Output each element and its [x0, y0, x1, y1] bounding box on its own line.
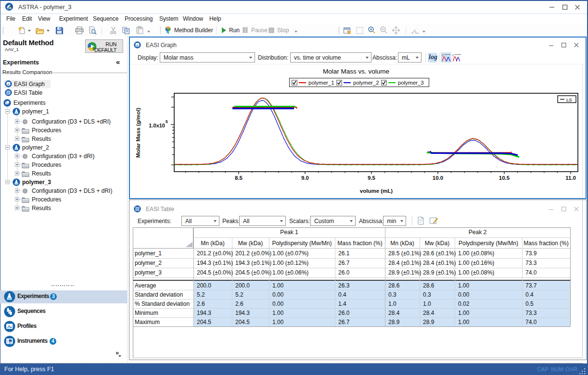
svg-text:volume (mL): volume (mL): [360, 188, 393, 194]
svg-text:Molar Mass (g/mol): Molar Mass (g/mol): [135, 108, 141, 158]
svg-text:1.0x10: 1.0x10: [149, 123, 165, 128]
svg-text:8.5: 8.5: [235, 175, 243, 181]
svg-text:LS: LS: [566, 97, 572, 102]
svg-text:9.5: 9.5: [368, 175, 376, 181]
svg-text:10.5: 10.5: [499, 175, 510, 181]
svg-text:10.0: 10.0: [433, 175, 443, 181]
svg-text:9.0: 9.0: [301, 175, 309, 181]
svg-text:5: 5: [166, 119, 168, 124]
svg-text:11.0: 11.0: [565, 175, 576, 181]
